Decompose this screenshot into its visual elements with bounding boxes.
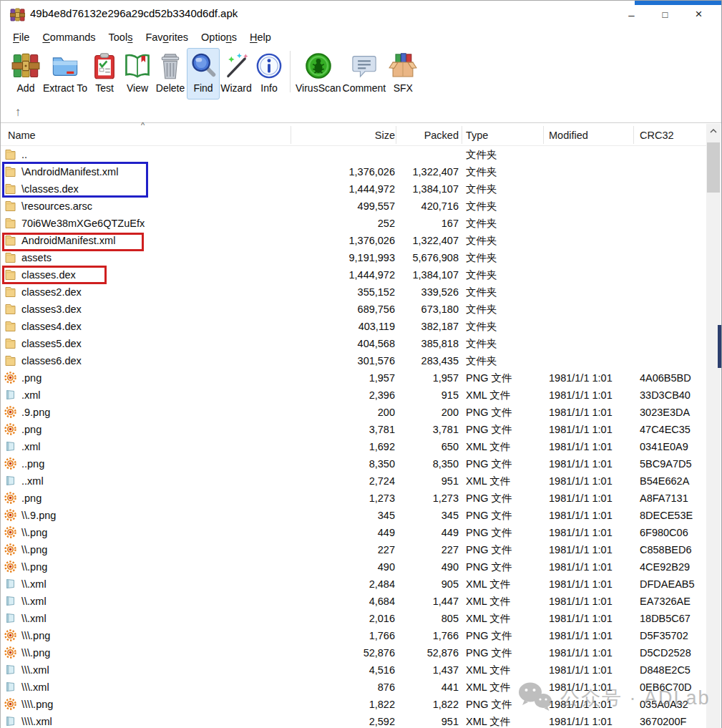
column-header-type[interactable]: Type (466, 124, 488, 146)
file-row[interactable]: \\.png449449PNG 文件1981/1/1 1:016F980C06 (1, 524, 707, 541)
file-row[interactable]: classes4.dex403,119382,187文件夹 (1, 318, 707, 335)
file-row[interactable]: classes5.dex404,568385,818文件夹 (1, 335, 707, 352)
file-type: 文件夹 (466, 335, 497, 352)
file-size: 404,568 (287, 335, 395, 352)
toolbar-button-label: Extract To (43, 82, 87, 94)
png-file-icon (4, 560, 17, 573)
file-row[interactable]: \\\.xml4,5161,437XML 文件1981/1/1 1:01D848… (1, 661, 707, 679)
file-type: 文件夹 (466, 146, 497, 163)
file-row[interactable]: \\\.png1,7661,766PNG 文件1981/1/1 1:01D5F3… (1, 627, 707, 644)
file-row[interactable]: \\.xml4,6841,447XML 文件1981/1/1 1:01EA732… (1, 593, 707, 610)
file-row[interactable]: classes3.dex689,756673,180文件夹 (1, 301, 707, 318)
file-row[interactable]: classes2.dex355,152339,526文件夹 (1, 283, 707, 301)
xml-file-icon (4, 389, 17, 402)
file-row[interactable]: \\\\.xml2,592951XML 文件1981/1/1 1:0136702… (1, 713, 707, 728)
file-row[interactable]: \\\.png52,87652,876PNG 文件1981/1/1 1:01D5… (1, 644, 707, 661)
file-row[interactable]: .xml2,396915XML 文件1981/1/1 1:0133D3CB40 (1, 387, 707, 404)
file-type: 文件夹 (466, 352, 497, 369)
file-row[interactable]: \\.9.png345345PNG 文件1981/1/1 1:018DECE53… (1, 507, 707, 524)
up-one-level-icon[interactable]: ↑ (7, 104, 29, 121)
toolbar-button-info[interactable]: Info (253, 48, 286, 100)
file-packed: 1,384,107 (399, 180, 459, 198)
file-size: 1,376,026 (287, 163, 395, 180)
toolbar-button-add[interactable]: Add (9, 48, 42, 100)
toolbar-button-delete[interactable]: Delete (154, 48, 187, 100)
file-row[interactable]: \\.png490490PNG 文件1981/1/1 1:014CE92B29 (1, 558, 707, 576)
toolbar-button-comment[interactable]: Comment (342, 48, 387, 100)
file-row[interactable]: 70i6We38mXGe6QTZuEfx252167文件夹 (1, 215, 707, 232)
vertical-scrollbar[interactable] (706, 124, 721, 728)
file-packed: 915 (399, 387, 459, 404)
file-row[interactable]: \\\.xml876441XML 文件1981/1/1 1:010EB6C70D (1, 679, 707, 696)
column-header-name[interactable]: Name (8, 124, 36, 146)
file-row[interactable]: ..文件夹 (1, 146, 707, 163)
toolbar-button-label: Add (17, 82, 35, 94)
file-crc32: 4CE92B29 (640, 558, 690, 576)
file-size: 252 (287, 215, 395, 232)
file-modified: 1981/1/1 1:01 (549, 593, 613, 610)
toolbar-button-find[interactable]: Find (187, 48, 220, 100)
file-packed (399, 146, 459, 163)
file-crc32: 3670200F (640, 713, 686, 728)
file-name: \\.xml (21, 610, 47, 627)
file-row[interactable]: AndroidManifest.xml1,376,0261,322,407文件夹 (1, 232, 707, 249)
menu-item-file[interactable]: File (6, 30, 36, 44)
file-name: \\.xml (21, 576, 47, 593)
file-row[interactable]: \\\\.png1,8221,822PNG 文件1981/1/1 1:01035… (1, 696, 707, 713)
toolbar-button-virusscan[interactable]: VirusScan (295, 48, 342, 100)
toolbar-button-view[interactable]: View (121, 48, 154, 100)
menu-item-commands[interactable]: Commands (36, 30, 102, 44)
toolbar-button-extract-to[interactable]: Extract To (42, 48, 88, 100)
file-row[interactable]: classes.dex1,444,9721,384,107文件夹 (1, 266, 707, 283)
file-name: .9.png (21, 404, 50, 421)
folder-icon (4, 148, 17, 161)
file-row[interactable]: .xml1,692650XML 文件1981/1/1 1:010341E0A9 (1, 438, 707, 455)
file-size: 1,273 (287, 490, 395, 507)
column-header-crc32[interactable]: CRC32 (640, 124, 674, 146)
column-header-size[interactable]: Size (287, 124, 395, 146)
column-header-packed[interactable]: Packed (399, 124, 459, 146)
toolbar-button-sfx[interactable]: SFX (386, 48, 419, 100)
folder-icon (4, 200, 17, 213)
file-crc32: 47C4EC35 (640, 421, 691, 438)
file-size: 52,876 (287, 644, 395, 661)
file-row[interactable]: classes6.dex301,576283,435文件夹 (1, 352, 707, 369)
column-header-modified[interactable]: Modified (549, 124, 588, 146)
file-size: 345 (287, 507, 395, 524)
file-packed: 52,876 (399, 644, 459, 661)
file-row[interactable]: \\.xml2,016805XML 文件1981/1/1 1:0118DB5C6… (1, 610, 707, 627)
file-row[interactable]: .png1,2731,273PNG 文件1981/1/1 1:01A8FA713… (1, 490, 707, 507)
menu-item-favorites[interactable]: Favorites (139, 30, 195, 44)
png-file-icon (4, 629, 17, 642)
scroll-up-icon[interactable] (706, 124, 721, 138)
file-row[interactable]: \resources.arsc499,557420,716文件夹 (1, 198, 707, 215)
file-modified: 1981/1/1 1:01 (549, 369, 613, 387)
toolbar-button-test[interactable]: Test (88, 48, 121, 100)
file-row[interactable]: \\.xml2,484905XML 文件1981/1/1 1:01DFDAEAB… (1, 576, 707, 593)
menu-item-tools[interactable]: Tools (102, 30, 140, 44)
file-row[interactable]: ..xml2,724951XML 文件1981/1/1 1:01B54E662A (1, 472, 707, 490)
file-packed: 441 (399, 679, 459, 696)
folder-icon (4, 234, 17, 247)
file-name: assets (21, 249, 52, 266)
file-name: \\.xml (21, 593, 47, 610)
file-row[interactable]: \\.png227227PNG 文件1981/1/1 1:01C858BED6 (1, 541, 707, 558)
file-row[interactable]: assets9,191,9935,676,908文件夹 (1, 249, 707, 266)
file-row[interactable]: \classes.dex1,444,9721,384,107文件夹 (1, 180, 707, 198)
toolbar-separator (290, 51, 291, 92)
file-row[interactable]: \AndroidManifest.xml1,376,0261,322,407文件… (1, 163, 707, 180)
png-file-icon (4, 406, 17, 419)
file-row[interactable]: .9.png200200PNG 文件1981/1/1 1:013023E3DA (1, 404, 707, 421)
file-size: 2,592 (287, 713, 395, 728)
menu-item-help[interactable]: Help (243, 30, 278, 44)
file-row[interactable]: .png3,7813,781PNG 文件1981/1/1 1:0147C4EC3… (1, 421, 707, 438)
toolbar-button-wizard[interactable]: Wizard (220, 48, 253, 100)
menu-item-options[interactable]: Options (195, 30, 243, 44)
file-name: classes4.dex (21, 318, 82, 335)
scrollbar-thumb[interactable] (707, 142, 720, 193)
file-size: 1,957 (287, 369, 395, 387)
file-row[interactable]: .png1,9571,957PNG 文件1981/1/1 1:014A06B5B… (1, 369, 707, 387)
file-row[interactable]: ..png8,3508,350PNG 文件1981/1/1 1:015BC9A7… (1, 455, 707, 472)
file-size (287, 146, 395, 163)
file-size: 689,756 (287, 301, 395, 318)
